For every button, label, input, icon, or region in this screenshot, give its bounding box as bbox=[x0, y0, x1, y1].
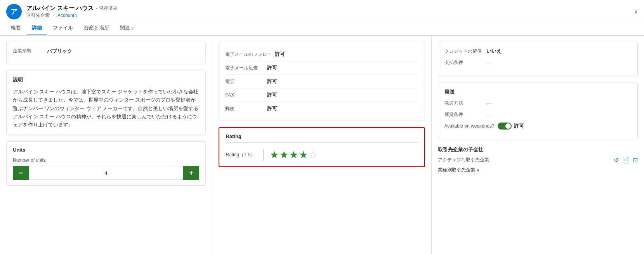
nav-tabs: 概要 詳細 ファイル 資産と場所 関連 ∨ bbox=[0, 21, 644, 36]
saved-indicator: - 保存済み bbox=[96, 5, 117, 12]
main-content: 企業形態 パブリック 説明 アルパイン スキー ハウスは、地下室でスキー ジャケ… bbox=[0, 36, 644, 254]
avatar: ア bbox=[6, 4, 22, 19]
star-5[interactable]: ☆ bbox=[309, 149, 318, 161]
column-2: 電子メールのフォロー 許可 電子メール広告 許可 電話 許可 FAX 許可 郵便… bbox=[212, 36, 431, 254]
permissions-card: 電子メールのフォロー 許可 電子メール広告 許可 電話 許可 FAX 許可 郵便… bbox=[219, 42, 425, 121]
subsidiary-title: 取引先企業の子会社 bbox=[438, 146, 638, 153]
breadcrumb-link[interactable]: Account ∨ bbox=[57, 13, 78, 18]
header-left: ア アルパイン スキー ハウス - 保存済み 取引先企業 ・ Account ∨ bbox=[6, 4, 118, 19]
perm-value-3: 許可 bbox=[267, 92, 277, 98]
company-type-row: 企業形態 パブリック bbox=[13, 48, 199, 55]
perm-value-0: 許可 bbox=[275, 51, 285, 58]
breadcrumb-chevron-icon: ∨ bbox=[75, 13, 78, 17]
industry-expand-row[interactable]: 業種別取引先企業 ∨ bbox=[438, 167, 638, 173]
breadcrumb-type: 取引先企業 bbox=[26, 12, 50, 19]
perm-value-2: 許可 bbox=[267, 78, 277, 85]
header-right: ∨ bbox=[634, 9, 638, 15]
industry-chevron-icon: ∨ bbox=[477, 168, 479, 172]
tab-assets[interactable]: 資産と場所 bbox=[79, 21, 114, 35]
tab-related[interactable]: 関連 ∨ bbox=[115, 21, 139, 35]
company-type-card: 企業形態 パブリック bbox=[6, 42, 206, 64]
subsidiary-section: 取引先企業の子会社 アクティブな取引先企業 ↺ 📄 ⊡ 業種別取引先企業 ∨ bbox=[438, 146, 638, 173]
active-accounts-row: アクティブな取引先企業 ↺ 📄 ⊡ bbox=[438, 156, 638, 164]
perm-value-1: 許可 bbox=[267, 64, 277, 71]
window-expand-icon[interactable]: ∨ bbox=[634, 9, 638, 15]
shipping-method-label: 発送方法 bbox=[444, 100, 483, 107]
payment-label: 支払条件 bbox=[444, 59, 483, 66]
stepper-value: 4 bbox=[29, 166, 183, 180]
shipping-method-value: --- bbox=[486, 100, 491, 106]
rating-card: Rating Rating（1-5） ★ ★ ★ ★ ☆ bbox=[219, 127, 425, 167]
units-card: Units Number of units − 4 + bbox=[6, 141, 206, 186]
header: ア アルパイン スキー ハウス - 保存済み 取引先企業 ・ Account ∨… bbox=[0, 0, 644, 21]
rating-row: Rating（1-5） ★ ★ ★ ★ ☆ bbox=[226, 147, 418, 161]
perm-value-4: 許可 bbox=[267, 105, 277, 112]
weekend-label: Available on weekends? bbox=[444, 123, 495, 129]
stepper-minus-button[interactable]: − bbox=[13, 166, 29, 180]
payment-value: --- bbox=[486, 60, 491, 66]
tab-details[interactable]: 詳細 bbox=[27, 21, 47, 35]
external-link-icon[interactable]: ⊡ bbox=[633, 156, 638, 164]
perm-label-4: 郵便 bbox=[225, 105, 264, 112]
company-type-label: 企業形態 bbox=[13, 48, 44, 54]
credit-row: クレジットの留保 いいえ bbox=[444, 48, 631, 55]
star-3[interactable]: ★ bbox=[289, 149, 298, 161]
breadcrumb: 取引先企業 ・ Account ∨ bbox=[26, 12, 118, 19]
star-1[interactable]: ★ bbox=[270, 149, 279, 161]
perm-row-1: 電子メール広告 許可 bbox=[225, 61, 418, 75]
perm-label-3: FAX bbox=[225, 92, 264, 98]
header-title: アルパイン スキー ハウス - 保存済み 取引先企業 ・ Account ∨ bbox=[26, 5, 118, 19]
company-type-value: パブリック bbox=[47, 48, 72, 55]
refresh-icon[interactable]: ↺ bbox=[614, 156, 619, 164]
credit-card: クレジットの留保 いいえ 支払条件 --- bbox=[438, 42, 638, 76]
credit-value: いいえ bbox=[486, 48, 502, 55]
column-3: クレジットの留保 いいえ 支払条件 --- 発送 発送方法 --- 運賃条件 -… bbox=[432, 36, 644, 254]
weekend-toggle-label: 許可 bbox=[514, 123, 524, 130]
shipping-title: 発送 bbox=[444, 88, 631, 95]
tab-files[interactable]: ファイル bbox=[48, 21, 78, 35]
units-stepper: − 4 + bbox=[13, 166, 199, 180]
rating-label: Rating（1-5） bbox=[226, 152, 257, 158]
perm-row-4: 郵便 許可 bbox=[225, 102, 418, 115]
active-accounts-label: アクティブな取引先企業 bbox=[438, 157, 489, 163]
perm-label-2: 電話 bbox=[225, 78, 264, 85]
freight-label: 運賃条件 bbox=[444, 111, 483, 118]
payment-row: 支払条件 --- bbox=[444, 59, 631, 66]
active-accounts-icons: ↺ 📄 ⊡ bbox=[614, 156, 638, 164]
weekend-toggle[interactable]: 許可 bbox=[498, 123, 524, 130]
industry-label: 業種別取引先企業 bbox=[438, 167, 475, 173]
perm-label-1: 電子メール広告 bbox=[225, 65, 264, 71]
shipping-method-row: 発送方法 --- bbox=[444, 100, 631, 107]
stepper-plus-button[interactable]: + bbox=[183, 166, 199, 180]
toggle-track bbox=[498, 123, 512, 130]
units-title: Units bbox=[13, 147, 199, 153]
description-text: アルパイン スキー ハウスは、地下室でスキー ジャケットを作っていた小さな会社か… bbox=[13, 88, 199, 129]
shipping-card: 発送 発送方法 --- 運賃条件 --- Available on weeken… bbox=[438, 83, 638, 140]
tab-related-chevron-icon: ∨ bbox=[131, 26, 134, 30]
description-card: 説明 アルパイン スキー ハウスは、地下室でスキー ジャケットを作っていた小さな… bbox=[6, 71, 206, 135]
star-2[interactable]: ★ bbox=[279, 149, 288, 161]
freight-value: --- bbox=[486, 112, 491, 117]
document-icon[interactable]: 📄 bbox=[622, 156, 630, 164]
credit-label: クレジットの留保 bbox=[444, 48, 483, 55]
perm-label-0: 電子メールのフォロー bbox=[225, 51, 272, 58]
breadcrumb-separator: ・ bbox=[51, 12, 56, 19]
rating-title: Rating bbox=[226, 133, 418, 143]
description-title: 説明 bbox=[13, 76, 199, 83]
company-name: アルパイン スキー ハウス bbox=[26, 5, 94, 12]
weekend-row: Available on weekends? 許可 bbox=[444, 123, 631, 130]
rating-stars: ★ ★ ★ ★ ☆ bbox=[263, 149, 318, 161]
number-of-units-label: Number of units bbox=[13, 157, 199, 163]
perm-row-2: 電話 許可 bbox=[225, 75, 418, 88]
column-1: 企業形態 パブリック 説明 アルパイン スキー ハウスは、地下室でスキー ジャケ… bbox=[0, 36, 212, 254]
freight-row: 運賃条件 --- bbox=[444, 111, 631, 118]
toggle-thumb bbox=[505, 123, 511, 129]
perm-row-3: FAX 許可 bbox=[225, 88, 418, 102]
tab-overview[interactable]: 概要 bbox=[6, 21, 26, 35]
perm-row-0: 電子メールのフォロー 許可 bbox=[225, 48, 418, 61]
star-4[interactable]: ★ bbox=[299, 149, 308, 161]
